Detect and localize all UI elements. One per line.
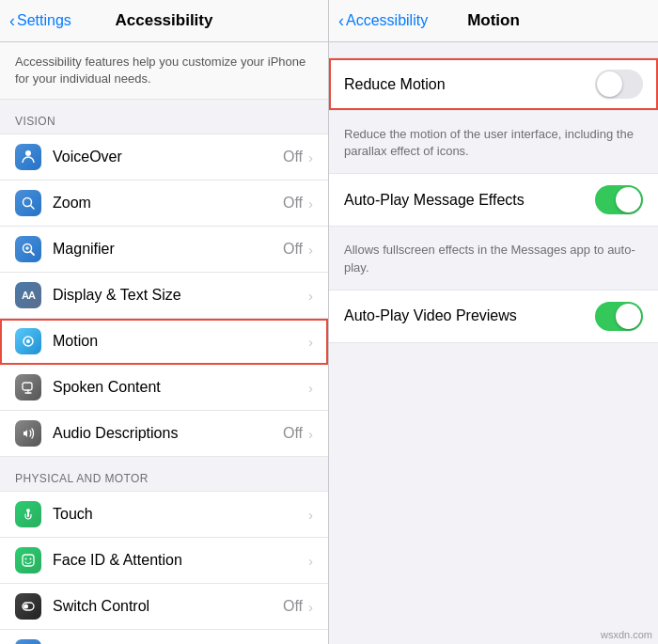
back-label: Settings: [17, 12, 71, 29]
voiceover-item[interactable]: VoiceOver Off ›: [0, 134, 328, 181]
right-back-chevron-icon: ‹: [338, 12, 344, 29]
svg-line-4: [31, 252, 35, 256]
magnifier-item[interactable]: Magnifier Off ›: [0, 227, 328, 273]
magnifier-icon: [15, 236, 41, 262]
right-nav-title: Motion: [467, 11, 520, 30]
svg-rect-10: [23, 555, 34, 566]
switch-control-item[interactable]: Switch Control Off ›: [0, 584, 328, 630]
switch-label: Switch Control: [53, 598, 283, 615]
display-chevron-icon: ›: [308, 288, 313, 304]
zoom-icon: [15, 190, 41, 216]
auto-play-video-toggle[interactable]: [595, 302, 643, 331]
voiceover-chevron-icon: ›: [308, 149, 313, 165]
auto-play-messages-description: Allows fullscreen effects in the Message…: [329, 234, 658, 289]
faceid-chevron-icon: ›: [308, 553, 313, 569]
spoken-label: Spoken Content: [53, 379, 308, 396]
faceid-label: Face ID & Attention: [53, 552, 308, 569]
reduce-motion-label: Reduce Motion: [344, 76, 595, 93]
vision-section-header: VISION: [0, 100, 328, 134]
display-item[interactable]: AA Display & Text Size ›: [0, 273, 328, 319]
left-nav-title: Accessibility: [116, 11, 213, 30]
auto-play-messages-group: Auto-Play Message Effects: [329, 173, 658, 227]
zoom-label: Zoom: [53, 195, 283, 212]
left-nav-bar: ‹ Settings Accessibility: [0, 0, 328, 42]
voiceover-icon: [15, 144, 41, 170]
svg-point-14: [24, 605, 28, 609]
switch-value: Off: [283, 598, 303, 615]
auto-play-video-item[interactable]: Auto-Play Video Previews: [329, 291, 658, 342]
switch-icon: [15, 593, 41, 620]
magnifier-chevron-icon: ›: [308, 242, 313, 258]
faceid-item[interactable]: Face ID & Attention ›: [0, 538, 328, 584]
zoom-value: Off: [283, 195, 303, 212]
auto-play-messages-knob: [616, 187, 641, 212]
toggle-knob: [597, 71, 622, 97]
display-icon: AA: [15, 282, 41, 308]
right-nav-bar: ‹ Accessibility Motion: [329, 0, 658, 42]
auto-play-messages-item[interactable]: Auto-Play Message Effects: [329, 174, 658, 226]
motion-chevron-icon: ›: [308, 334, 313, 350]
touch-item[interactable]: Touch ›: [0, 492, 328, 538]
magnifier-value: Off: [283, 241, 303, 258]
faceid-icon: [15, 547, 41, 573]
spoken-content-item[interactable]: Spoken Content ›: [0, 365, 328, 411]
svg-point-12: [30, 558, 32, 560]
svg-line-2: [31, 206, 35, 210]
motion-settings-content: Reduce Motion Reduce the motion of the u…: [329, 42, 658, 644]
auto-play-messages-toggle[interactable]: [595, 185, 643, 214]
right-back-label: Accessibility: [346, 12, 428, 29]
switch-chevron-icon: ›: [308, 599, 313, 615]
back-chevron-icon: ‹: [9, 12, 15, 29]
audio-label: Audio Descriptions: [53, 425, 283, 442]
watermark: wsxdn.com: [601, 629, 652, 640]
motion-item[interactable]: Motion ›: [0, 319, 328, 365]
motion-icon: [15, 328, 41, 354]
zoom-chevron-icon: ›: [308, 196, 313, 212]
reduce-motion-description: Reduce the motion of the user interface,…: [329, 118, 658, 173]
voice-icon: [15, 639, 41, 644]
svg-point-11: [25, 558, 27, 560]
touch-chevron-icon: ›: [308, 507, 313, 523]
svg-point-0: [25, 150, 31, 156]
spoken-chevron-icon: ›: [308, 380, 313, 396]
auto-play-video-group: Auto-Play Video Previews: [329, 290, 658, 343]
physical-settings-group: Touch › Face ID & Attention › Switch Con…: [0, 491, 328, 644]
spoken-icon: [15, 374, 41, 401]
reduce-motion-toggle[interactable]: [595, 70, 643, 99]
svg-rect-9: [23, 383, 32, 390]
audio-icon: [15, 420, 41, 447]
vision-settings-group: VoiceOver Off › Zoom Off › Magnifier Off: [0, 134, 328, 457]
display-label: Display & Text Size: [53, 287, 308, 304]
audio-descriptions-item[interactable]: Audio Descriptions Off ›: [0, 411, 328, 456]
left-panel: ‹ Settings Accessibility Accessibility f…: [0, 0, 329, 644]
zoom-item[interactable]: Zoom Off ›: [0, 181, 328, 227]
magnifier-label: Magnifier: [53, 241, 283, 258]
accessibility-description: Accessibility features help you customiz…: [0, 42, 328, 100]
auto-play-video-knob: [616, 304, 641, 329]
touch-label: Touch: [53, 506, 308, 523]
voiceover-value: Off: [283, 149, 303, 165]
audio-chevron-icon: ›: [308, 426, 313, 442]
svg-point-8: [26, 339, 30, 343]
reduce-motion-item[interactable]: Reduce Motion: [329, 58, 658, 110]
voice-control-item[interactable]: Voice Control Off ›: [0, 630, 328, 644]
reduce-motion-group: Reduce Motion: [329, 57, 658, 111]
audio-value: Off: [283, 425, 303, 442]
motion-label: Motion: [53, 333, 308, 350]
touch-icon: [15, 501, 41, 527]
accessibility-back-button[interactable]: ‹ Accessibility: [338, 12, 428, 29]
voiceover-label: VoiceOver: [53, 149, 283, 165]
physical-section-header: PHYSICAL AND MOTOR: [0, 457, 328, 491]
right-panel: ‹ Accessibility Motion Reduce Motion Red…: [329, 0, 658, 644]
settings-back-button[interactable]: ‹ Settings: [9, 12, 71, 29]
left-scroll-area: Accessibility features help you customiz…: [0, 42, 328, 644]
auto-play-messages-label: Auto-Play Message Effects: [344, 192, 595, 209]
auto-play-video-label: Auto-Play Video Previews: [344, 307, 595, 324]
